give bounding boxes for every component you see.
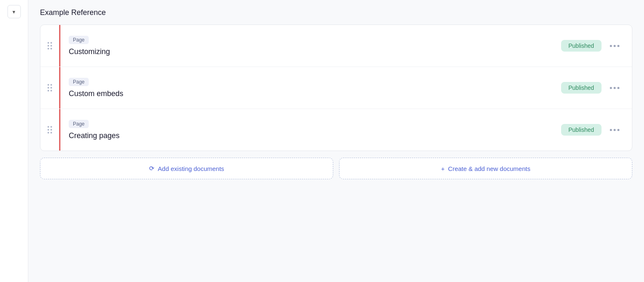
page-title: Example Reference [40,8,632,17]
page-name: Custom embeds [69,89,553,98]
page-actions: Published [561,124,632,136]
action-buttons-container: ⟳ Add existing documents + Create & add … [40,158,632,179]
page-info: Page Custom embeds [60,70,561,106]
page-name: Creating pages [69,131,553,140]
page-item: Page Customizing Published [40,25,632,67]
more-menu-button[interactable] [607,127,622,133]
create-add-new-documents-button[interactable]: + Create & add new documents [339,158,632,179]
page-name: Customizing [69,47,553,56]
pages-container: Page Customizing Published [40,25,632,151]
more-dots-icon [610,87,619,89]
page-item: Page Custom embeds Published [40,67,632,109]
more-dots-icon [610,45,619,47]
drag-handle-icon [47,42,52,49]
add-existing-icon: ⟳ [149,165,155,172]
more-menu-button[interactable] [607,85,622,91]
page-actions: Published [561,40,632,52]
drag-handle-icon [47,126,52,134]
status-badge: Published [561,82,602,94]
page-item: Page Creating pages Published [40,109,632,151]
chevron-down-icon: ▾ [12,9,15,15]
drag-handle-area[interactable] [40,25,60,67]
page-type-badge: Page [69,120,89,128]
page-actions: Published [561,82,632,94]
create-new-label: Create & add new documents [448,165,531,172]
sidebar-toggle-button[interactable]: ▾ [7,5,21,18]
sidebar: ▾ [0,0,28,282]
page-type-badge: Page [69,78,89,86]
more-dots-icon [610,129,619,131]
drag-handle-area[interactable] [40,109,60,151]
main-content: Example Reference Page Customizing Publi… [28,0,644,282]
status-badge: Published [561,40,602,52]
drag-handle-icon [47,84,52,92]
add-existing-documents-button[interactable]: ⟳ Add existing documents [40,158,333,179]
page-info: Page Customizing [60,28,561,64]
status-badge: Published [561,124,602,136]
page-type-badge: Page [69,36,89,44]
page-info: Page Creating pages [60,112,561,148]
more-menu-button[interactable] [607,43,622,49]
drag-handle-area[interactable] [40,67,60,109]
create-new-icon: + [441,165,445,172]
add-existing-label: Add existing documents [158,165,224,172]
